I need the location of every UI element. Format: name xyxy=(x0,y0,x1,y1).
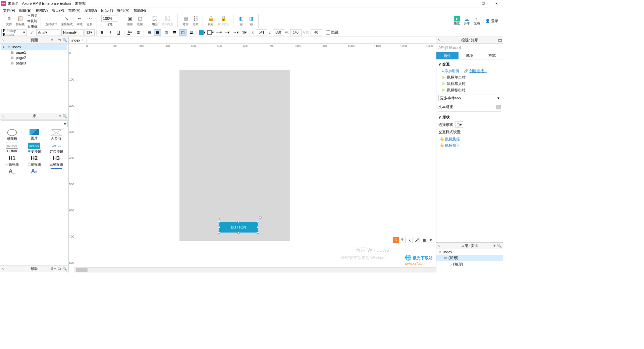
outline-item[interactable]: ▭(矩形) xyxy=(436,255,503,261)
ime-voice-button[interactable]: 🎤 xyxy=(414,237,420,243)
underline-button[interactable]: U xyxy=(115,29,122,36)
lib-item-primary-button[interactable]: BUTTON主要按钮 xyxy=(23,143,45,154)
bring-front-button[interactable]: ▣顶层 xyxy=(125,15,135,27)
create-link-link[interactable]: 🔗创建连接... xyxy=(464,68,487,73)
pressed-style-link[interactable]: 👆 鼠标按下 xyxy=(438,142,501,149)
send-back-button[interactable]: ▢底层 xyxy=(135,15,145,27)
login-button[interactable]: 👤登录 xyxy=(483,18,501,23)
arrow-button[interactable]: →▾ xyxy=(232,29,239,36)
zoom-combo[interactable]: 100%缩放 xyxy=(100,14,120,28)
add-case-link[interactable]: +添加用例 xyxy=(442,68,459,73)
lock-ratio-icon[interactable]: ⇋ xyxy=(303,31,305,34)
group-button[interactable]: ⿴组合 xyxy=(150,15,160,27)
menu-file[interactable]: 文件(F) xyxy=(1,7,17,14)
align-left-button[interactable]: ▤ xyxy=(146,29,153,36)
redo-button[interactable]: ↻ 重做 xyxy=(26,24,39,30)
page-row[interactable]: 🗎page3 xyxy=(1,60,67,66)
shape-combo[interactable]: ▢▾ xyxy=(455,121,463,128)
select-mode-button[interactable]: ⬚选择模式 xyxy=(44,15,59,27)
menu-team[interactable]: 团队(T) xyxy=(99,7,115,14)
shape-section[interactable]: ∨形状 xyxy=(438,114,501,121)
w-input[interactable] xyxy=(290,29,302,36)
ime-punct-button[interactable]: •, xyxy=(407,237,413,243)
add-page-icon[interactable]: 🗎+ xyxy=(50,38,56,42)
align-middle-button[interactable]: ◫ xyxy=(179,29,186,36)
publish-button[interactable]: ⭱发布 xyxy=(473,15,481,27)
bullets-button[interactable]: ≣ xyxy=(135,29,142,36)
line-style-button[interactable]: ╌▾ xyxy=(224,29,231,36)
more-button[interactable]: ⋯更多 xyxy=(85,15,95,27)
connect-mode-button[interactable]: ↘连接模式 xyxy=(59,15,74,27)
fill-color-button[interactable]: ▾ xyxy=(199,29,206,36)
selected-button-widget[interactable]: BUTTON ▾ xyxy=(219,222,258,233)
line-width-button[interactable]: —▾ xyxy=(215,29,223,36)
align-bottom-button[interactable]: ⬓ xyxy=(187,29,195,36)
widget-name-input[interactable]: (矩形 Name) xyxy=(436,44,503,52)
menu-account[interactable]: 账号(A) xyxy=(115,7,131,14)
lib-item-placeholder[interactable]: 占位符 xyxy=(46,129,67,141)
maximize-button[interactable]: ❐ xyxy=(476,0,490,7)
ime-logo-icon[interactable]: S xyxy=(393,237,399,243)
tab-notes[interactable]: 说明 xyxy=(459,52,481,59)
share-button[interactable]: ☁分享 xyxy=(463,15,471,27)
lib-item-label[interactable]: A_ xyxy=(1,168,23,174)
close-tab-icon[interactable]: × xyxy=(82,38,84,42)
ungroup-button[interactable]: ⿴取消组合 xyxy=(160,15,175,27)
dock-right-button[interactable]: ◨右 xyxy=(246,15,256,27)
align-right-button[interactable]: ▥ xyxy=(162,29,170,36)
hide-checkbox[interactable] xyxy=(326,30,330,35)
page-row[interactable]: 🗎page2 xyxy=(1,55,67,60)
lib-select[interactable]: ▾ xyxy=(1,120,68,127)
menu-help[interactable]: 帮助(H) xyxy=(132,7,148,14)
page-row[interactable]: 🗎page1 xyxy=(1,50,67,55)
outline-search-icon[interactable]: 🔍 xyxy=(497,244,502,248)
close-button[interactable]: ✕ xyxy=(490,0,503,7)
hover-style-link[interactable]: 👆 鼠标悬停 xyxy=(438,136,501,142)
menu-project[interactable]: 项目(P) xyxy=(50,7,66,14)
interactions-section[interactable]: ∨交互 xyxy=(438,61,501,68)
lib-item-h1[interactable]: H1一级标题 xyxy=(1,155,23,167)
more-events-combo[interactable]: 更多事件>>>▾ xyxy=(438,95,501,101)
add-master-icon[interactable]: 🗎+ xyxy=(50,266,56,271)
page-row-index[interactable]: ▾🗎index xyxy=(1,44,67,50)
lib-menu-icon[interactable]: ≡ xyxy=(59,114,61,118)
add-folder-icon[interactable]: 🗀 xyxy=(57,38,61,42)
widget-style-combo[interactable]: Primary Button▾ xyxy=(1,29,27,36)
bold-button[interactable]: B xyxy=(98,29,106,36)
canvas[interactable]: BUTTON ▾ S 中 •, 🎤 ▦ xyxy=(74,49,436,267)
cut-button[interactable]: ✂ 剪切 xyxy=(26,13,39,18)
align-center-button[interactable]: ▦ xyxy=(154,29,161,36)
paintformat-button[interactable]: 🖌 xyxy=(28,29,35,36)
ime-lang-button[interactable]: 中 xyxy=(400,237,406,243)
file-button[interactable]: 🗎文件 xyxy=(4,15,14,27)
distribute-button[interactable]: ┇┇分布 xyxy=(191,15,201,27)
text-link-button[interactable] xyxy=(496,105,501,109)
unlock-button[interactable]: 🔓取消锁定 xyxy=(216,15,231,27)
font-combo[interactable]: Arial▾ xyxy=(36,29,60,36)
outline-item[interactable]: ▭(矩形) xyxy=(436,261,503,267)
event-mouseleave[interactable]: 鼠标移出时 xyxy=(438,87,501,93)
align-button[interactable]: ▤对齐 xyxy=(180,15,191,27)
tab-properties[interactable]: 属性 xyxy=(436,52,459,59)
lib-item-ellipse[interactable]: 椭圆形 xyxy=(1,129,23,141)
dock-left-button[interactable]: ◧左 xyxy=(236,15,246,27)
x-input[interactable] xyxy=(256,29,267,36)
pen-button[interactable]: ✒钢笔 xyxy=(74,15,85,27)
lock-button[interactable]: 🔒锁定 xyxy=(206,15,216,27)
lib-item-button[interactable]: BUTTONButton xyxy=(1,143,23,154)
italic-button[interactable]: I xyxy=(107,29,114,36)
ime-settings-button[interactable]: ⚙ xyxy=(428,237,434,243)
lib-item-line[interactable] xyxy=(46,168,67,174)
menu-publish[interactable]: 发布(U) xyxy=(83,7,99,14)
lib-search-icon[interactable]: 🔍 xyxy=(62,114,67,118)
search-icon[interactable]: 🔍 xyxy=(62,38,67,42)
corner-button[interactable]: ◲▾ xyxy=(240,29,248,36)
outline-root[interactable]: 🗎index xyxy=(436,249,503,255)
preview-button[interactable]: ▶预览 xyxy=(452,15,461,27)
copy-button[interactable]: ⧉ 复制 xyxy=(26,18,39,24)
clipboard-button[interactable]: 📋剪贴板 xyxy=(14,15,26,27)
event-mouseenter[interactable]: 鼠标移入时 xyxy=(438,81,501,87)
lib-item-h2[interactable]: H2二级标题 xyxy=(23,155,45,167)
outline-filter-icon[interactable]: ⧩ xyxy=(493,244,496,248)
lib-item-h3[interactable]: H3三级标题 xyxy=(46,155,67,167)
